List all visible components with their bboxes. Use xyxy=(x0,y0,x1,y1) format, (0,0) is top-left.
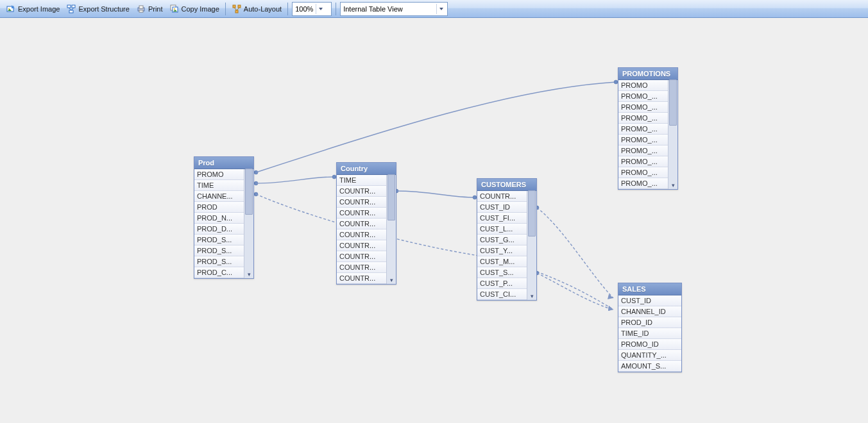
column-row[interactable]: TIME xyxy=(194,180,244,191)
column-row[interactable]: CUST_S... xyxy=(477,267,527,278)
svg-point-14 xyxy=(254,170,258,174)
node-title[interactable]: CUSTOMERS xyxy=(477,179,536,191)
svg-marker-21 xyxy=(608,306,613,311)
print-icon xyxy=(136,4,146,14)
table-node-customers[interactable]: CUSTOMERS COUNTR... CUST_ID CUST_FI... C… xyxy=(477,178,537,301)
column-row[interactable]: PROD_N... xyxy=(194,213,244,224)
column-row[interactable]: PROMO_... xyxy=(618,167,668,178)
column-row[interactable]: PROD xyxy=(194,202,244,213)
column-row[interactable]: COUNTR... xyxy=(337,197,386,208)
scroll-down-icon[interactable]: ▾ xyxy=(528,292,536,300)
table-node-prod[interactable]: Prod PROMO TIME CHANNE... PROD PROD_N...… xyxy=(194,156,254,279)
column-row[interactable]: PROD_ID xyxy=(618,317,681,328)
table-node-country[interactable]: Country TIME COUNTR... COUNTR... COUNTR.… xyxy=(336,162,396,285)
node-title[interactable]: Prod xyxy=(194,157,253,169)
auto-layout-button[interactable]: Auto-Layout xyxy=(229,2,284,16)
column-row[interactable]: PROMO_... xyxy=(618,113,668,124)
column-row[interactable]: CUST_G... xyxy=(477,235,527,245)
copy-image-button[interactable]: Copy Image xyxy=(167,2,222,16)
column-row[interactable]: PROMO_... xyxy=(618,124,668,135)
toolbar-separator xyxy=(225,3,226,15)
view-mode-select[interactable]: Internal Table View xyxy=(340,2,448,16)
copy-image-label: Copy Image xyxy=(182,5,219,13)
chevron-down-icon xyxy=(316,4,325,14)
column-row[interactable]: CUST_P... xyxy=(477,278,527,289)
column-row[interactable]: COUNTR... xyxy=(337,219,386,229)
export-structure-icon xyxy=(66,4,76,14)
column-row[interactable]: QUANTITY_... xyxy=(618,350,681,361)
svg-rect-3 xyxy=(72,5,75,8)
svg-point-20 xyxy=(254,192,258,196)
column-row[interactable]: CUST_M... xyxy=(477,256,527,267)
column-row[interactable]: PROMO_... xyxy=(618,135,668,145)
column-row[interactable]: CHANNE... xyxy=(194,191,244,202)
export-structure-button[interactable]: Export Structure xyxy=(64,2,132,16)
column-row[interactable]: PROMO_... xyxy=(618,91,668,102)
node-title[interactable]: Country xyxy=(337,163,396,175)
export-structure-label: Export Structure xyxy=(78,5,129,13)
column-row[interactable]: CHANNEL_ID xyxy=(618,306,681,317)
scroll-down-icon[interactable]: ▾ xyxy=(245,270,253,278)
column-row[interactable]: PROMO_... xyxy=(618,178,668,189)
column-row[interactable]: PROD_S... xyxy=(194,245,244,256)
column-row[interactable]: PROMO_... xyxy=(618,145,668,156)
scrollbar[interactable]: ▴ ▾ xyxy=(527,191,536,300)
export-image-button[interactable]: Export Image xyxy=(3,2,62,16)
column-row[interactable]: TIME_ID xyxy=(618,328,681,339)
svg-rect-4 xyxy=(69,10,73,13)
copy-image-icon xyxy=(169,4,180,14)
column-row[interactable]: CUST_FI... xyxy=(477,213,527,224)
column-row[interactable]: CUST_Y... xyxy=(477,245,527,256)
node-title[interactable]: SALES xyxy=(618,283,681,295)
svg-rect-6 xyxy=(139,6,143,8)
column-row[interactable]: CUST_L... xyxy=(477,224,527,235)
column-row[interactable]: PROD_C... xyxy=(194,267,244,278)
scroll-down-icon[interactable]: ▾ xyxy=(387,276,395,284)
scroll-thumb[interactable] xyxy=(245,169,253,215)
column-row[interactable]: CUST_ID xyxy=(477,202,527,213)
column-row[interactable]: CUST_CI... xyxy=(477,289,527,300)
svg-rect-13 xyxy=(235,10,238,13)
column-row[interactable]: COUNTR... xyxy=(337,186,386,197)
scrollbar[interactable]: ▴ ▾ xyxy=(668,80,677,189)
zoom-select[interactable]: 100% xyxy=(292,2,332,16)
column-row[interactable]: PROMO xyxy=(618,80,668,91)
export-image-icon xyxy=(6,4,16,14)
toolbar-separator xyxy=(336,3,336,15)
column-row[interactable]: TIME xyxy=(337,175,386,186)
svg-marker-25 xyxy=(608,306,613,311)
column-row[interactable]: CUST_ID xyxy=(618,295,681,306)
scroll-down-icon[interactable]: ▾ xyxy=(669,181,677,189)
svg-marker-23 xyxy=(608,294,613,299)
scrollbar[interactable]: ▴ ▾ xyxy=(386,175,396,284)
column-row[interactable]: COUNTR... xyxy=(337,240,386,251)
view-mode-value: Internal Table View xyxy=(343,5,403,13)
auto-layout-icon xyxy=(232,4,242,14)
print-button[interactable]: Print xyxy=(133,2,166,16)
scroll-thumb[interactable] xyxy=(528,190,536,236)
column-row[interactable]: AMOUNT_S... xyxy=(618,361,681,372)
column-row[interactable]: COUNTR... xyxy=(337,273,386,284)
table-node-promotions[interactable]: PROMOTIONS PROMO PROMO_... PROMO_... PRO… xyxy=(618,67,678,190)
svg-rect-11 xyxy=(233,5,235,8)
column-row[interactable]: COUNTR... xyxy=(337,251,386,262)
svg-point-10 xyxy=(174,8,175,10)
column-row[interactable]: PROD_D... xyxy=(194,224,244,235)
column-row[interactable]: COUNTR... xyxy=(337,208,386,219)
column-row[interactable]: PROD_S... xyxy=(194,235,244,245)
scrollbar[interactable]: ▴ ▾ xyxy=(244,169,253,278)
column-row[interactable]: PROD_S... xyxy=(194,256,244,267)
scroll-thumb[interactable] xyxy=(387,174,395,220)
table-node-sales[interactable]: SALES CUST_ID CHANNEL_ID PROD_ID TIME_ID… xyxy=(618,283,682,372)
node-title[interactable]: PROMOTIONS xyxy=(618,68,677,80)
column-row[interactable]: COUNTR... xyxy=(337,229,386,240)
column-row[interactable]: COUNTR... xyxy=(337,262,386,273)
column-row[interactable]: PROMO_ID xyxy=(618,339,681,350)
export-image-label: Export Image xyxy=(18,5,60,13)
column-row[interactable]: PROMO_... xyxy=(618,156,668,167)
diagram-canvas[interactable]: Prod PROMO TIME CHANNE... PROD PROD_N...… xyxy=(0,18,868,423)
column-row[interactable]: PROMO_... xyxy=(618,102,668,113)
scroll-thumb[interactable] xyxy=(669,79,677,126)
column-row[interactable]: COUNTR... xyxy=(477,191,527,202)
column-row[interactable]: PROMO xyxy=(194,169,244,180)
